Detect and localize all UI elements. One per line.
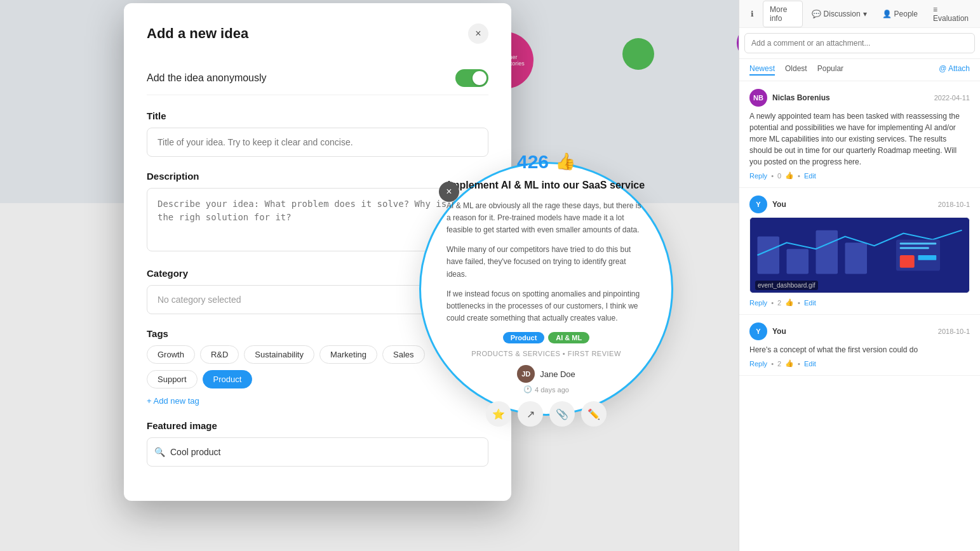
like-icon[interactable]: 👍 xyxy=(785,171,794,180)
svg-rect-6 xyxy=(900,242,937,244)
popup-meta: PRODUCTS & SERVICES • FIRST REVIEW xyxy=(471,350,621,357)
comment-image: event_dashboard.gif xyxy=(749,217,970,293)
reply-link[interactable]: Reply xyxy=(749,360,767,368)
reply-link[interactable]: Reply xyxy=(749,299,767,307)
tag-sustainability[interactable]: Sustainability xyxy=(244,345,314,364)
title-input[interactable] xyxy=(147,128,488,157)
tag-sales[interactable]: Sales xyxy=(382,345,425,364)
popup-close-button[interactable]: × xyxy=(439,182,459,202)
sort-newest[interactable]: Newest xyxy=(749,64,775,76)
modal-close-button[interactable]: × xyxy=(468,23,488,44)
right-panel: ℹ More info 💬 Discussion ▾ 👤 People ≡ Ev… xyxy=(739,0,980,551)
star-button[interactable]: ⭐ xyxy=(486,401,511,427)
idea-popup-circle: × 426 👍 Implement AI & ML into our SaaS … xyxy=(419,162,673,416)
svg-rect-3 xyxy=(816,230,838,274)
edit-link[interactable]: Edit xyxy=(804,299,816,307)
tab-evaluation[interactable]: ≡ Evaluation xyxy=(927,1,975,27)
anonymous-toggle[interactable] xyxy=(455,69,488,87)
attach-button[interactable]: 📎 xyxy=(549,401,575,427)
comment-sort-bar: Newest Oldest Popular @ Attach xyxy=(739,59,980,81)
anonymous-label: Add the idea anonymously xyxy=(147,72,267,84)
comment-actions: Reply • 0 👍 • Edit xyxy=(749,171,970,180)
tab-discussion[interactable]: 💬 Discussion ▾ xyxy=(805,6,873,22)
comment-date: 2022-04-11 xyxy=(934,94,970,102)
svg-rect-9 xyxy=(918,255,937,260)
modal-title: Add a new idea xyxy=(147,25,248,42)
tab-people[interactable]: 👤 People xyxy=(876,6,924,22)
vote-row: 426 👍 xyxy=(517,151,575,173)
svg-rect-7 xyxy=(900,247,929,249)
author-name: Jane Doe xyxy=(540,369,575,379)
comment-author: Niclas Borenius xyxy=(772,93,830,102)
vote-count: 426 xyxy=(517,151,549,173)
comment-text: Here's a concept of what the first versi… xyxy=(749,344,970,355)
comment-input-area xyxy=(739,28,980,59)
edit-link[interactable]: Edit xyxy=(804,360,816,368)
info-icon: ℹ xyxy=(751,10,754,18)
like-icon[interactable]: 👍 xyxy=(785,359,794,368)
tag-growth[interactable]: Growth xyxy=(147,345,195,364)
idea-body-1: AI & ML are obviously all the rage these… xyxy=(446,200,646,237)
comment-actions: Reply • 2 👍 • Edit xyxy=(749,359,970,368)
tag-product[interactable]: Product xyxy=(203,370,253,388)
like-icon[interactable]: 👍 xyxy=(785,298,794,307)
comment-date: 2018-10-1 xyxy=(938,201,970,208)
discussion-icon: 💬 xyxy=(812,10,821,18)
chevron-down-icon: ▾ xyxy=(863,10,867,18)
featured-image-section: Featured image 🔍 xyxy=(147,420,488,467)
featured-image-label: Featured image xyxy=(147,420,488,431)
share-button[interactable]: ↗ xyxy=(518,401,543,427)
comment-input[interactable] xyxy=(744,33,975,53)
image-search-input[interactable] xyxy=(147,437,488,467)
right-panel-tab-bar: ℹ More info 💬 Discussion ▾ 👤 People ≡ Ev… xyxy=(739,0,980,28)
avatar: NB xyxy=(749,89,767,107)
tag-marketing[interactable]: Marketing xyxy=(319,345,377,364)
attach-button[interactable]: @ Attach xyxy=(939,64,970,76)
popup-time: 🕐 4 days ago xyxy=(523,385,569,394)
tag-support[interactable]: Support xyxy=(147,370,198,388)
svg-rect-8 xyxy=(900,255,915,268)
edit-link[interactable]: Edit xyxy=(804,172,816,180)
svg-rect-4 xyxy=(845,242,868,274)
idea-body-2: While many of our competitors have tried… xyxy=(446,244,646,281)
comment-date: 2018-10-1 xyxy=(938,328,970,335)
reply-link[interactable]: Reply xyxy=(749,172,767,180)
sort-popular[interactable]: Popular xyxy=(817,64,843,76)
anonymous-row: Add the idea anonymously xyxy=(147,62,488,95)
tag-aiml[interactable]: AI & ML xyxy=(548,332,589,343)
avatar: Y xyxy=(749,322,767,340)
tab-info[interactable]: ℹ xyxy=(744,6,760,22)
tab-more-info[interactable]: More info xyxy=(763,1,803,27)
add-tag-button[interactable]: + Add new tag xyxy=(147,396,199,406)
bubble-green xyxy=(622,38,654,70)
tag-rd[interactable]: R&D xyxy=(200,345,239,364)
title-field-group: Title xyxy=(147,110,488,157)
comment-text: A newly appointed team has been tasked w… xyxy=(749,110,970,168)
svg-rect-2 xyxy=(787,249,809,274)
comment-header: Y You 2018-10-1 xyxy=(749,196,970,213)
popup-tags: Product AI & ML xyxy=(503,332,590,343)
comment-header: NB Niclas Borenius 2022-04-11 xyxy=(749,89,970,107)
clock-icon: 🕐 xyxy=(523,385,532,394)
comment-item: Y You 2018-10-1 event_dashboard.gif xyxy=(739,188,980,315)
author-row: JD Jane Doe xyxy=(517,365,575,383)
comment-header: Y You 2018-10-1 xyxy=(749,322,970,340)
image-label: event_dashboard.gif xyxy=(755,281,818,290)
tag-product[interactable]: Product xyxy=(503,332,545,343)
comment-author: You xyxy=(772,200,786,209)
comment-author: You xyxy=(772,327,786,336)
avatar: Y xyxy=(749,196,767,213)
comment-actions: Reply • 2 👍 • Edit xyxy=(749,298,970,307)
author-avatar: JD xyxy=(517,365,535,383)
popup-action-buttons: ⭐ ↗ 📎 ✏️ xyxy=(486,401,607,427)
edit-button[interactable]: ✏️ xyxy=(581,401,607,427)
idea-title: Implement AI & ML into our SaaS service xyxy=(448,179,645,192)
idea-popup-overlay: × 426 👍 Implement AI & ML into our SaaS … xyxy=(419,162,673,416)
search-icon: 🔍 xyxy=(154,447,165,457)
vote-icon[interactable]: 👍 xyxy=(555,152,575,171)
comment-item: Y You 2018-10-1 Here's a concept of what… xyxy=(739,315,980,376)
title-label: Title xyxy=(147,110,488,121)
sort-oldest[interactable]: Oldest xyxy=(785,64,807,76)
like-count: 2 xyxy=(777,299,781,307)
modal-header: Add a new idea × xyxy=(147,23,488,44)
